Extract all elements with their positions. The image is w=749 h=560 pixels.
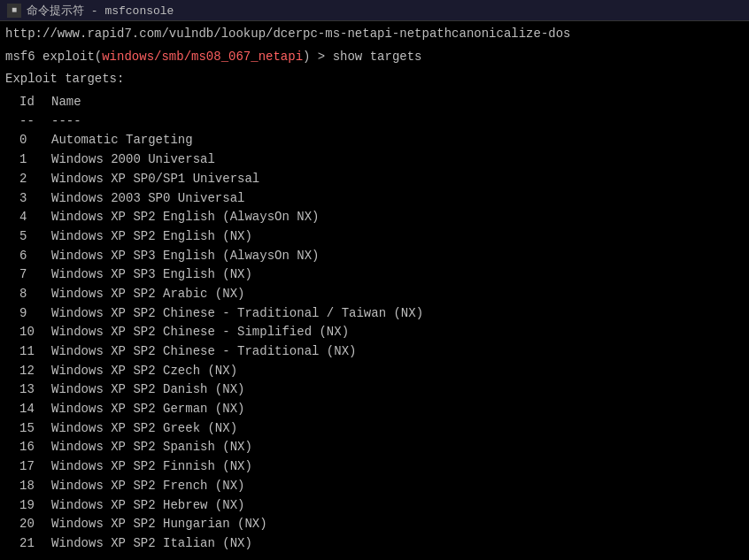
table-row: 4Windows XP SP2 English (AlwaysOn NX) xyxy=(19,208,744,227)
target-name: Windows XP SP3 English (AlwaysOn NX) xyxy=(51,247,319,266)
title-bar-icon: ■ xyxy=(7,4,21,18)
section-header: Exploit targets: xyxy=(5,70,744,89)
table-row: 5Windows XP SP2 English (NX) xyxy=(19,227,744,247)
target-id: 10 xyxy=(19,323,51,342)
target-id: 0 xyxy=(19,131,51,150)
table-row: 10Windows XP SP2 Chinese - Simplified (N… xyxy=(19,323,744,342)
table-separator-row: -- ---- xyxy=(19,112,744,132)
table-row: 20Windows XP SP2 Hungarian (NX) xyxy=(19,515,744,534)
target-id: 6 xyxy=(19,247,51,266)
target-id: 7 xyxy=(19,265,51,285)
target-id: 11 xyxy=(19,342,51,362)
header-id: Id xyxy=(19,93,51,112)
table-row: 21Windows XP SP2 Italian (NX) xyxy=(19,534,744,554)
targets-table: Id Name -- ---- 0Automatic Targeting1Win… xyxy=(5,93,744,554)
table-row: 8Windows XP SP2 Arabic (NX) xyxy=(19,285,744,304)
target-id: 5 xyxy=(19,227,51,247)
table-row: 15Windows XP SP2 Greek (NX) xyxy=(19,419,744,439)
terminal-body: http://www.rapid7.com/vulndb/lookup/dcer… xyxy=(0,21,749,557)
target-name: Windows XP SP2 Finnish (NX) xyxy=(51,457,252,477)
target-name: Windows XP SP2 French (NX) xyxy=(51,477,244,496)
target-name: Windows XP SP2 Hungarian (NX) xyxy=(51,515,267,534)
table-header-row: Id Name xyxy=(19,93,744,112)
table-row: 16Windows XP SP2 Spanish (NX) xyxy=(19,438,744,457)
table-row: 6Windows XP SP3 English (AlwaysOn NX) xyxy=(19,247,744,266)
table-row: 0Automatic Targeting xyxy=(19,131,744,150)
target-id: 3 xyxy=(19,189,51,209)
target-name: Windows XP SP2 Hebrew (NX) xyxy=(51,496,244,516)
target-name: Windows XP SP0/SP1 Universal xyxy=(51,170,259,189)
target-name: Windows XP SP2 Danish (NX) xyxy=(51,380,244,400)
target-name: Windows XP SP2 Greek (NX) xyxy=(51,419,237,439)
table-row: 1Windows 2000 Universal xyxy=(19,150,744,170)
url-line: http://www.rapid7.com/vulndb/lookup/dcer… xyxy=(5,25,744,44)
table-row: 12Windows XP SP2 Czech (NX) xyxy=(19,362,744,381)
target-name: Windows XP SP2 Chinese - Traditional (NX… xyxy=(51,342,356,362)
target-id: 8 xyxy=(19,285,51,304)
target-id: 14 xyxy=(19,400,51,419)
target-name: Windows XP SP2 Italian (NX) xyxy=(51,534,252,554)
target-id: 18 xyxy=(19,477,51,496)
title-bar-label: 命令提示符 - msfconsole xyxy=(27,3,174,19)
target-id: 15 xyxy=(19,419,51,439)
prompt-prefix: msf6 exploit( xyxy=(5,50,102,64)
table-row: 18Windows XP SP2 French (NX) xyxy=(19,477,744,496)
header-name: Name xyxy=(51,93,81,112)
table-row: 19Windows XP SP2 Hebrew (NX) xyxy=(19,496,744,516)
target-name: Windows XP SP2 German (NX) xyxy=(51,400,244,419)
target-id: 20 xyxy=(19,515,51,534)
prompt-line: msf6 exploit(windows/smb/ms08_067_netapi… xyxy=(5,48,744,67)
prompt-module: windows/smb/ms08_067_netapi xyxy=(102,50,303,64)
target-name: Windows XP SP2 Chinese - Traditional / T… xyxy=(51,304,423,324)
table-row: 2Windows XP SP0/SP1 Universal xyxy=(19,170,744,189)
sep-name: ---- xyxy=(51,112,81,132)
target-id: 12 xyxy=(19,362,51,381)
target-id: 16 xyxy=(19,438,51,457)
target-name: Windows XP SP2 Arabic (NX) xyxy=(51,285,244,304)
target-name: Automatic Targeting xyxy=(51,131,193,150)
targets-rows: 0Automatic Targeting1Windows 2000 Univer… xyxy=(19,131,744,553)
target-id: 13 xyxy=(19,380,51,400)
target-name: Windows 2003 SP0 Universal xyxy=(51,189,244,209)
target-id: 1 xyxy=(19,150,51,170)
target-name: Windows XP SP2 English (AlwaysOn NX) xyxy=(51,208,319,227)
table-row: 13Windows XP SP2 Danish (NX) xyxy=(19,380,744,400)
target-id: 21 xyxy=(19,534,51,554)
table-row: 7Windows XP SP3 English (NX) xyxy=(19,265,744,285)
target-id: 2 xyxy=(19,170,51,189)
table-row: 11Windows XP SP2 Chinese - Traditional (… xyxy=(19,342,744,362)
target-name: Windows XP SP3 English (NX) xyxy=(51,265,252,285)
target-id: 17 xyxy=(19,457,51,477)
table-row: 3Windows 2003 SP0 Universal xyxy=(19,189,744,209)
target-name: Windows XP SP2 English (NX) xyxy=(51,227,252,247)
target-name: Windows 2000 Universal xyxy=(51,150,215,170)
target-name: Windows XP SP2 Spanish (NX) xyxy=(51,438,252,457)
target-id: 4 xyxy=(19,208,51,227)
title-bar: ■ 命令提示符 - msfconsole xyxy=(0,0,749,21)
target-name: Windows XP SP2 Czech (NX) xyxy=(51,362,237,381)
target-id: 9 xyxy=(19,304,51,324)
table-row: 14Windows XP SP2 German (NX) xyxy=(19,400,744,419)
sep-id: -- xyxy=(19,112,51,132)
target-name: Windows XP SP2 Chinese - Simplified (NX) xyxy=(51,323,349,342)
target-id: 19 xyxy=(19,496,51,516)
prompt-suffix: ) > show targets xyxy=(303,50,421,64)
table-row: 9Windows XP SP2 Chinese - Traditional / … xyxy=(19,304,744,324)
table-row: 17Windows XP SP2 Finnish (NX) xyxy=(19,457,744,477)
